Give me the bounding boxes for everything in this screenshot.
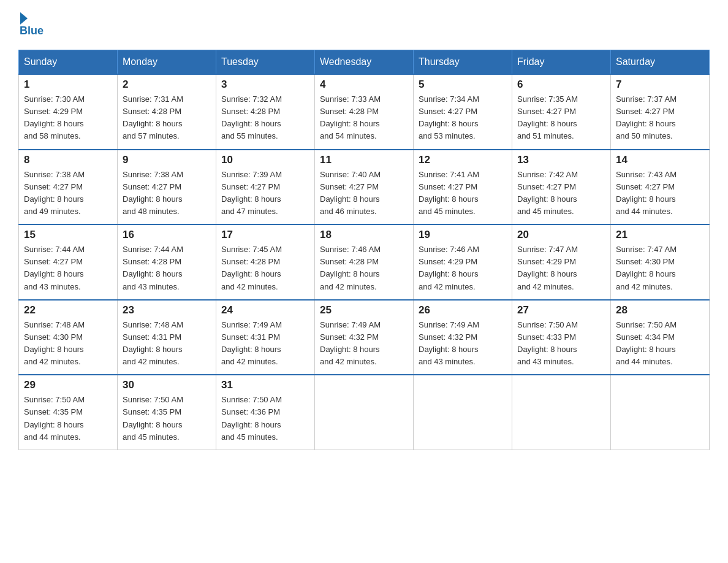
calendar-cell: 28 Sunrise: 7:50 AM Sunset: 4:34 PM Dayl… — [611, 300, 710, 375]
calendar-cell: 12 Sunrise: 7:41 AM Sunset: 4:27 PM Dayl… — [414, 150, 512, 225]
calendar-cell: 20 Sunrise: 7:47 AM Sunset: 4:29 PM Dayl… — [512, 224, 611, 300]
day-info: Sunrise: 7:50 AM Sunset: 4:33 PM Dayligh… — [517, 320, 578, 366]
day-number: 20 — [517, 229, 605, 241]
calendar-cell: 13 Sunrise: 7:42 AM Sunset: 4:27 PM Dayl… — [512, 150, 611, 225]
calendar-cell: 7 Sunrise: 7:37 AM Sunset: 4:27 PM Dayli… — [611, 74, 710, 150]
calendar-cell: 30 Sunrise: 7:50 AM Sunset: 4:35 PM Dayl… — [118, 375, 216, 450]
calendar-cell: 6 Sunrise: 7:35 AM Sunset: 4:27 PM Dayli… — [512, 74, 611, 150]
calendar-cell: 27 Sunrise: 7:50 AM Sunset: 4:33 PM Dayl… — [512, 300, 611, 375]
day-number: 3 — [221, 79, 309, 91]
day-number: 22 — [24, 304, 112, 316]
week-row-5: 29 Sunrise: 7:50 AM Sunset: 4:35 PM Dayl… — [19, 375, 710, 450]
col-header-friday: Friday — [512, 50, 611, 75]
logo-arrow-icon — [20, 12, 28, 25]
day-number: 4 — [320, 79, 408, 91]
calendar-cell: 3 Sunrise: 7:32 AM Sunset: 4:28 PM Dayli… — [216, 74, 315, 150]
calendar-cell: 31 Sunrise: 7:50 AM Sunset: 4:36 PM Dayl… — [216, 375, 315, 450]
day-number: 19 — [419, 229, 507, 241]
day-number: 12 — [419, 154, 507, 166]
calendar-cell: 22 Sunrise: 7:48 AM Sunset: 4:30 PM Dayl… — [19, 300, 118, 375]
calendar-cell — [315, 375, 414, 450]
day-info: Sunrise: 7:49 AM Sunset: 4:32 PM Dayligh… — [419, 320, 479, 366]
page-header: Blue — [18, 12, 710, 37]
day-number: 24 — [221, 304, 309, 316]
day-info: Sunrise: 7:47 AM Sunset: 4:29 PM Dayligh… — [517, 245, 578, 291]
day-number: 11 — [320, 154, 408, 166]
day-number: 13 — [517, 154, 605, 166]
day-number: 15 — [24, 229, 112, 241]
day-info: Sunrise: 7:40 AM Sunset: 4:27 PM Dayligh… — [320, 170, 381, 216]
day-info: Sunrise: 7:41 AM Sunset: 4:27 PM Dayligh… — [419, 170, 479, 216]
col-header-sunday: Sunday — [19, 50, 118, 75]
day-info: Sunrise: 7:50 AM Sunset: 4:34 PM Dayligh… — [616, 320, 677, 366]
day-info: Sunrise: 7:46 AM Sunset: 4:29 PM Dayligh… — [419, 245, 479, 291]
day-info: Sunrise: 7:44 AM Sunset: 4:27 PM Dayligh… — [24, 245, 85, 291]
day-info: Sunrise: 7:31 AM Sunset: 4:28 PM Dayligh… — [123, 94, 183, 140]
day-number: 6 — [517, 79, 605, 91]
day-number: 14 — [616, 154, 704, 166]
day-number: 26 — [419, 304, 507, 316]
day-number: 17 — [221, 229, 309, 241]
day-info: Sunrise: 7:39 AM Sunset: 4:27 PM Dayligh… — [221, 170, 282, 216]
calendar-cell: 18 Sunrise: 7:46 AM Sunset: 4:28 PM Dayl… — [315, 224, 414, 300]
day-info: Sunrise: 7:33 AM Sunset: 4:28 PM Dayligh… — [320, 94, 381, 140]
col-header-monday: Monday — [118, 50, 216, 75]
calendar-cell — [512, 375, 611, 450]
day-number: 8 — [24, 154, 112, 166]
day-info: Sunrise: 7:38 AM Sunset: 4:27 PM Dayligh… — [123, 170, 183, 216]
day-number: 2 — [123, 79, 211, 91]
calendar-cell: 21 Sunrise: 7:47 AM Sunset: 4:30 PM Dayl… — [611, 224, 710, 300]
day-info: Sunrise: 7:46 AM Sunset: 4:28 PM Dayligh… — [320, 245, 381, 291]
week-row-1: 1 Sunrise: 7:30 AM Sunset: 4:29 PM Dayli… — [19, 74, 710, 150]
logo-subtitle: Blue — [20, 25, 44, 37]
day-info: Sunrise: 7:43 AM Sunset: 4:27 PM Dayligh… — [616, 170, 677, 216]
day-number: 5 — [419, 79, 507, 91]
day-info: Sunrise: 7:48 AM Sunset: 4:31 PM Dayligh… — [123, 320, 183, 366]
day-info: Sunrise: 7:49 AM Sunset: 4:31 PM Dayligh… — [221, 320, 282, 366]
day-number: 21 — [616, 229, 704, 241]
calendar-cell: 26 Sunrise: 7:49 AM Sunset: 4:32 PM Dayl… — [414, 300, 512, 375]
day-info: Sunrise: 7:32 AM Sunset: 4:28 PM Dayligh… — [221, 94, 282, 140]
calendar-cell: 23 Sunrise: 7:48 AM Sunset: 4:31 PM Dayl… — [118, 300, 216, 375]
calendar-cell — [611, 375, 710, 450]
calendar-cell: 8 Sunrise: 7:38 AM Sunset: 4:27 PM Dayli… — [19, 150, 118, 225]
calendar-cell: 16 Sunrise: 7:44 AM Sunset: 4:28 PM Dayl… — [118, 224, 216, 300]
day-number: 16 — [123, 229, 211, 241]
calendar-cell: 24 Sunrise: 7:49 AM Sunset: 4:31 PM Dayl… — [216, 300, 315, 375]
calendar-cell: 1 Sunrise: 7:30 AM Sunset: 4:29 PM Dayli… — [19, 74, 118, 150]
day-info: Sunrise: 7:44 AM Sunset: 4:28 PM Dayligh… — [123, 245, 183, 291]
day-info: Sunrise: 7:30 AM Sunset: 4:29 PM Dayligh… — [24, 94, 85, 140]
col-header-wednesday: Wednesday — [315, 50, 414, 75]
day-info: Sunrise: 7:38 AM Sunset: 4:27 PM Dayligh… — [24, 170, 85, 216]
day-number: 30 — [123, 379, 211, 391]
day-number: 18 — [320, 229, 408, 241]
day-number: 10 — [221, 154, 309, 166]
day-info: Sunrise: 7:50 AM Sunset: 4:36 PM Dayligh… — [221, 395, 282, 441]
calendar-cell: 17 Sunrise: 7:45 AM Sunset: 4:28 PM Dayl… — [216, 224, 315, 300]
calendar-cell: 4 Sunrise: 7:33 AM Sunset: 4:28 PM Dayli… — [315, 74, 414, 150]
week-row-3: 15 Sunrise: 7:44 AM Sunset: 4:27 PM Dayl… — [19, 224, 710, 300]
calendar-cell: 19 Sunrise: 7:46 AM Sunset: 4:29 PM Dayl… — [414, 224, 512, 300]
calendar-cell: 25 Sunrise: 7:49 AM Sunset: 4:32 PM Dayl… — [315, 300, 414, 375]
day-info: Sunrise: 7:49 AM Sunset: 4:32 PM Dayligh… — [320, 320, 381, 366]
col-header-tuesday: Tuesday — [216, 50, 315, 75]
calendar-cell: 14 Sunrise: 7:43 AM Sunset: 4:27 PM Dayl… — [611, 150, 710, 225]
day-number: 28 — [616, 304, 704, 316]
day-number: 31 — [221, 379, 309, 391]
logo: Blue — [18, 12, 44, 37]
day-number: 23 — [123, 304, 211, 316]
calendar-cell: 5 Sunrise: 7:34 AM Sunset: 4:27 PM Dayli… — [414, 74, 512, 150]
calendar-table: SundayMondayTuesdayWednesdayThursdayFrid… — [18, 50, 710, 450]
day-number: 29 — [24, 379, 112, 391]
calendar-cell: 2 Sunrise: 7:31 AM Sunset: 4:28 PM Dayli… — [118, 74, 216, 150]
day-info: Sunrise: 7:37 AM Sunset: 4:27 PM Dayligh… — [616, 94, 677, 140]
calendar-cell: 29 Sunrise: 7:50 AM Sunset: 4:35 PM Dayl… — [19, 375, 118, 450]
calendar-cell: 9 Sunrise: 7:38 AM Sunset: 4:27 PM Dayli… — [118, 150, 216, 225]
day-info: Sunrise: 7:45 AM Sunset: 4:28 PM Dayligh… — [221, 245, 282, 291]
day-number: 7 — [616, 79, 704, 91]
day-number: 25 — [320, 304, 408, 316]
calendar-header-row: SundayMondayTuesdayWednesdayThursdayFrid… — [19, 50, 710, 75]
week-row-4: 22 Sunrise: 7:48 AM Sunset: 4:30 PM Dayl… — [19, 300, 710, 375]
day-info: Sunrise: 7:48 AM Sunset: 4:30 PM Dayligh… — [24, 320, 85, 366]
day-info: Sunrise: 7:50 AM Sunset: 4:35 PM Dayligh… — [24, 395, 85, 441]
